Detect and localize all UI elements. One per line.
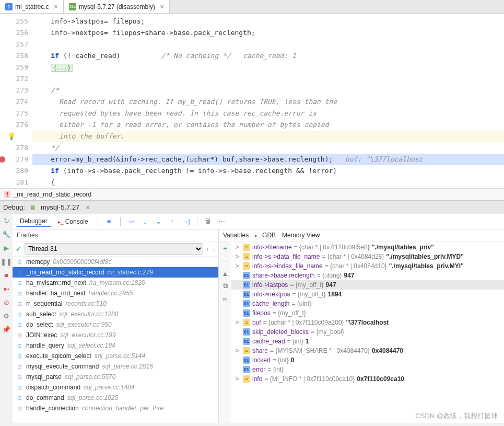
frame-item[interactable]: ⊡memcpy 0x0000000000f4df8c: [13, 257, 218, 267]
var-type-icon: ≡: [243, 253, 250, 260]
var-type-icon: 01: [243, 309, 250, 317]
variable-row[interactable]: >≡ info->s->data_file_name = {char * | 0…: [231, 252, 504, 261]
variable-row[interactable]: >≡ info = {MI_INFO * | 0x7f110c09ca10} 0…: [231, 374, 504, 384]
tab-label-2: mysql-5.7.27 (disassembly): [79, 3, 155, 10]
frame-item[interactable]: ⊡ha_myisam::rnd_next ha_myisam.cc:1826: [13, 278, 218, 288]
mute-breakpoints-icon[interactable]: ⊘: [2, 297, 11, 307]
frame-icon: ⊡: [16, 342, 23, 349]
frame-item[interactable]: ⊡handle_query sql_select.cc:184: [13, 340, 218, 351]
pin-icon[interactable]: 📌: [2, 325, 11, 334]
variable-row[interactable]: 01 filepos = {my_off_t}: [231, 308, 504, 318]
frames-title: Frames: [13, 229, 218, 241]
variable-row[interactable]: 01 cache_length = {uint}: [231, 299, 504, 308]
frame-item[interactable]: ⊡handle_connection connection_handler_pe…: [13, 403, 218, 413]
variable-row[interactable]: >≡ share = {MYISAM_SHARE * | 0x4084470} …: [231, 346, 504, 355]
var-side-toolbar: + − ▲ ⧉ ∞: [219, 241, 231, 423]
frame-list[interactable]: ⊡memcpy 0x0000000000f4df8c⊡_mi_read_rnd_…: [13, 257, 218, 423]
check-icon: ✓: [16, 245, 21, 253]
close-icon[interactable]: ×: [54, 3, 58, 11]
thread-selector[interactable]: ✓ Thread-31 ↑ ↓: [13, 241, 218, 257]
variable-list[interactable]: >≡ info->filename = {char * | 0x7f110c09…: [231, 241, 504, 423]
tab-memory[interactable]: Memory View: [282, 232, 320, 239]
variable-row[interactable]: 01 cache_read = {int} 1: [231, 337, 504, 346]
view-breakpoints-icon[interactable]: ●●: [2, 284, 11, 293]
up-icon[interactable]: ▲: [220, 269, 230, 278]
frame-icon: ⊡: [16, 352, 23, 360]
gear-icon[interactable]: ⚙: [2, 311, 11, 320]
variable-row[interactable]: >≡ info->s->index_file_name = {char * | …: [231, 261, 504, 271]
step-into-icon[interactable]: ↓: [140, 217, 150, 226]
frame-icon: ⊡: [16, 331, 23, 339]
run-config-icon: ▦: [29, 204, 37, 211]
variable-row[interactable]: >≡ info->filename = {char * | 0x7f110c09…: [231, 243, 504, 252]
var-type-icon: 01: [243, 300, 250, 307]
frame-item[interactable]: ⊡do_command sql_parse.cc:1025: [13, 393, 218, 403]
var-type-icon: ≡: [243, 319, 250, 326]
step-out-icon[interactable]: ↑: [168, 217, 177, 226]
settings-icon[interactable]: 🔧: [2, 229, 11, 239]
copy-icon[interactable]: ⧉: [220, 281, 230, 291]
frame-icon: ⊡: [16, 363, 23, 370]
tab-debugger[interactable]: Debugger: [17, 216, 51, 227]
debug-toolbar: Debugger ▸_ Console ≡ ⤻ ↓ ⇓ ↑ →| 🖩 ⋯: [13, 214, 504, 229]
frame-icon: ⊡: [16, 279, 23, 286]
tab-file-2[interactable]: 01a mysql-5.7.27 (disassembly) ×: [64, 0, 170, 13]
close-icon[interactable]: ×: [86, 203, 90, 212]
debug-session[interactable]: mysql-5.7.27: [41, 203, 79, 211]
run-to-cursor-icon[interactable]: →|: [181, 217, 191, 226]
frame-icon: ⊡: [16, 310, 23, 318]
frame-item[interactable]: ⊡dispatch_command sql_parse.cc:1484: [13, 382, 218, 393]
resume-icon[interactable]: ▶: [2, 243, 11, 252]
force-step-into-icon[interactable]: ⇓: [154, 217, 163, 226]
variable-row[interactable]: >≡ buf = {uchar * | 0x7f110c09a200} "\37…: [231, 318, 504, 327]
debug-header: Debug: ▦ mysql-5.7.27 ×: [0, 200, 504, 214]
tab-gdb[interactable]: ▸_ GDB: [255, 232, 276, 239]
step-over-icon[interactable]: ⤻: [127, 217, 136, 226]
variable-row[interactable]: 01 info->nextpos = {my_off_t} 1894: [231, 290, 504, 299]
frame-item[interactable]: ⊡mysql_parse sql_parse.cc:5570: [13, 372, 218, 382]
var-type-icon: 01: [243, 366, 250, 373]
tab-variables[interactable]: Variables: [223, 232, 249, 239]
next-frame-icon[interactable]: ↓: [213, 246, 216, 252]
c-file-icon: c: [5, 3, 13, 10]
threads-icon[interactable]: ≡: [104, 217, 114, 226]
var-type-icon: 01: [243, 291, 250, 298]
frame-icon: ⊡: [16, 269, 23, 276]
tab-file-1[interactable]: c mi_statrec.c ×: [0, 0, 64, 13]
stop-icon[interactable]: ■: [2, 270, 11, 280]
link-icon[interactable]: ∞: [220, 294, 230, 303]
tab-console[interactable]: ▸_ Console: [55, 217, 91, 226]
code-area[interactable]: info->lastpos= filepos; info->nextpos= f…: [32, 14, 504, 188]
function-icon: f: [4, 191, 10, 198]
thread-dropdown[interactable]: Thread-31: [25, 243, 203, 255]
var-type-icon: ≡: [243, 347, 250, 354]
remove-watch-icon[interactable]: −: [220, 256, 230, 266]
close-icon[interactable]: ×: [160, 3, 164, 11]
frame-icon: ⊡: [16, 384, 23, 391]
debug-label: Debug:: [3, 203, 25, 211]
variable-row[interactable]: 01 locked = {int} 0: [231, 355, 504, 365]
frame-item[interactable]: ⊡JOIN::exec sql_executor.cc:199: [13, 330, 218, 340]
frame-item[interactable]: ⊡handler::ha_rnd_next handler.cc:2955: [13, 288, 218, 298]
rerun-icon[interactable]: ↻: [2, 216, 11, 225]
evaluate-icon[interactable]: 🖩: [204, 217, 213, 226]
frame-item[interactable]: ⊡do_select sql_executor.cc:950: [13, 319, 218, 330]
code-editor[interactable]: 255256257258259272273274275276💡278279280…: [0, 14, 504, 188]
variable-row[interactable]: 01 error = {int}: [231, 365, 504, 374]
more-icon[interactable]: ⋯: [217, 217, 227, 226]
frame-item[interactable]: ⊡rr_sequential records.cc:510: [13, 298, 218, 309]
var-type-icon: ≡: [243, 375, 250, 383]
variable-row[interactable]: 01 skip_deleted_blocks = {my_bool}: [231, 327, 504, 337]
var-type-icon: ≡: [243, 244, 250, 251]
pause-icon[interactable]: ❚❚: [2, 257, 11, 266]
variable-row[interactable]: 01 info->lastpos = {my_off_t} 947: [231, 280, 504, 290]
frame-item[interactable]: ⊡sub_select sql_executor.cc:1280: [13, 309, 218, 319]
variable-row[interactable]: 01 share->base.reclength = {ulong} 947: [231, 271, 504, 280]
frame-item[interactable]: ⊡mysql_execute_command sql_parse.cc:2816: [13, 361, 218, 372]
frame-item[interactable]: ⊡execute_sqlcom_select sql_parse.cc:5144: [13, 351, 218, 361]
add-watch-icon[interactable]: +: [220, 244, 230, 253]
frame-icon: ⊡: [16, 290, 23, 297]
frame-item[interactable]: ⊡_mi_read_rnd_static_record mi_statrec.c…: [13, 267, 218, 278]
prev-frame-icon[interactable]: ↑: [206, 246, 209, 252]
variables-panel: Variables ▸_ GDB Memory View + − ▲ ⧉ ∞ >…: [219, 229, 504, 423]
